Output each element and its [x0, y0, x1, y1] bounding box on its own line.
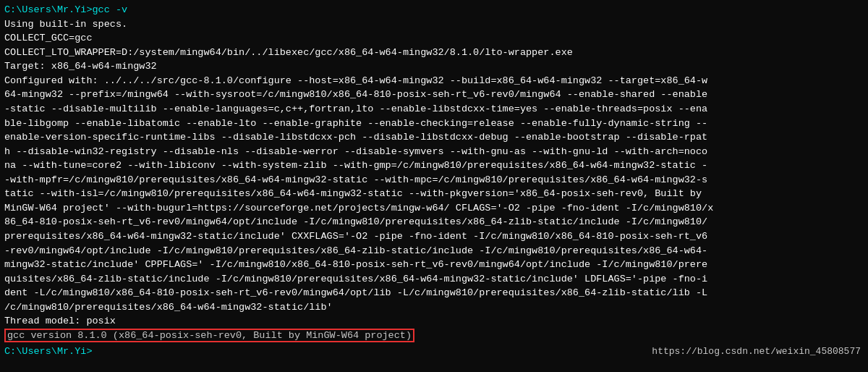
output-line-thread: Thread model: posix — [4, 314, 864, 329]
command-prompt-line: C:\Users\Mr.Yi>gcc -v — [4, 3, 864, 17]
output-line-5k: 86_64-810-posix-seh-rt_v6-rev0/mingw64/o… — [4, 215, 864, 229]
output-line-1: Using built-in specs. — [4, 17, 864, 32]
output-line-5l: prerequisites/x86_64-w64-mingw32-static/… — [4, 229, 864, 244]
output-line-5o: quisites/x86_64-zlib-static/include -I/c… — [4, 272, 864, 287]
output-line-5n: mingw32-static/include' CPPFLAGS=' -I/c/… — [4, 258, 864, 272]
output-line-5c: -static --disable-multilib --enable-lang… — [4, 102, 864, 117]
output-line-5e: enable-version-specific-runtime-libs --d… — [4, 130, 864, 145]
output-line-3: COLLECT_LTO_WRAPPER=D:/system/mingw64/bi… — [4, 46, 864, 60]
output-line-5h: -with-mpfr=/c/mingw810/prerequisites/x86… — [4, 173, 864, 187]
output-line-5f: h --disable-win32-registry --disable-nls… — [4, 145, 864, 159]
blog-url: https://blog.csdn.net/weixin_45808577 — [652, 345, 861, 359]
prompt-text: C:\Users\Mr.Yi>gcc -v — [4, 4, 127, 15]
output-line-5q: /c/mingw810/prerequisites/x86_64-w64-min… — [4, 300, 864, 315]
output-line-version: gcc version 8.1.0 (x86_64-posix-seh-rev0… — [4, 329, 864, 343]
output-line-4: Target: x86_64-w64-mingw32 — [4, 59, 864, 74]
output-line-5b: 64-mingw32 --prefix=/mingw64 --with-sysr… — [4, 88, 864, 102]
output-line-5g: na --with-tune=core2 --with-libiconv --w… — [4, 158, 864, 173]
highlighted-version-text: gcc version 8.1.0 (x86_64-posix-seh-rev0… — [4, 329, 414, 342]
output-line-5i: tatic --with-isl=/c/mingw810/prerequisit… — [4, 187, 864, 201]
output-line-2: COLLECT_GCC=gcc — [4, 31, 864, 46]
output-line-5j: MinGW-W64 project' --with-bugurl=https:/… — [4, 201, 864, 216]
output-line-5: Configured with: ../../../src/gcc-8.1.0/… — [4, 74, 864, 88]
output-line-5d: ble-libgomp --enable-libatomic --enable-… — [4, 117, 864, 131]
output-line-5m: -rev0/mingw64/opt/include -I/c/mingw810/… — [4, 244, 864, 258]
output-line-5p: dent -L/c/mingw810/x86_64-810-posix-seh-… — [4, 286, 864, 300]
terminal-window: C:\Users\Mr.Yi>gcc -v Using built-in spe… — [0, 0, 868, 372]
